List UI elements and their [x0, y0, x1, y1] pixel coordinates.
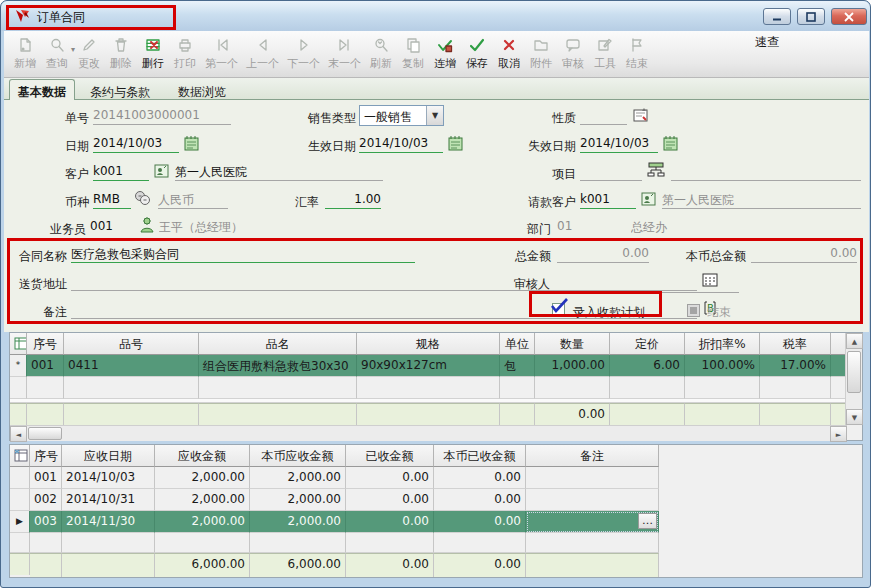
payment-cell[interactable]: [30, 533, 62, 553]
note-icon[interactable]: [632, 106, 650, 124]
payment-cell[interactable]: [155, 533, 250, 553]
first-icon: [214, 35, 230, 55]
payment-cell[interactable]: [346, 533, 434, 553]
items-cell[interactable]: 001: [27, 355, 64, 377]
payment-cell[interactable]: 2,000.00: [250, 467, 346, 489]
payment-cell[interactable]: [434, 533, 526, 553]
toolbar-button-label: 删除: [110, 56, 132, 71]
payment-cell[interactable]: 2014/11/30: [62, 511, 155, 533]
exchange-rate-field[interactable]: 1.00: [325, 190, 381, 209]
payment-cell[interactable]: 003: [30, 511, 62, 533]
project-code-field[interactable]: [580, 162, 642, 181]
items-cell[interactable]: 1,000.00: [535, 355, 610, 377]
items-cell[interactable]: [610, 377, 685, 399]
tab-terms[interactable]: 条约与条款: [82, 82, 158, 100]
payment-grid-row[interactable]: 0022014/10/312,000.002,000.000.000.00: [10, 489, 862, 511]
payment-grid-row[interactable]: ▶0032014/11/302,000.002,000.000.000.00…: [10, 511, 862, 533]
payment-cell[interactable]: [526, 533, 659, 553]
contact-card-icon[interactable]: [640, 190, 658, 208]
payment-cell[interactable]: 0.00: [434, 467, 526, 489]
items-cell[interactable]: 0411: [64, 355, 199, 377]
items-cell[interactable]: [535, 377, 610, 399]
payment-cell[interactable]: …: [526, 511, 659, 533]
calendar-icon[interactable]: [447, 134, 465, 152]
payment-cell[interactable]: 0.00: [346, 489, 434, 511]
toolbar-button-printer: 打印: [170, 33, 200, 71]
expiry-date-field[interactable]: 2014/10/03: [580, 134, 658, 153]
close-button[interactable]: [831, 8, 867, 25]
payment-cell[interactable]: [62, 533, 155, 553]
minimize-button[interactable]: [763, 8, 791, 25]
payment-cell[interactable]: 2,000.00: [250, 489, 346, 511]
payment-cell[interactable]: 002: [30, 489, 62, 511]
scroll-up-icon[interactable]: ▲: [846, 333, 863, 349]
org-icon[interactable]: [646, 160, 664, 178]
currency-code-field[interactable]: RMB: [93, 190, 131, 209]
items-cell[interactable]: 100.00%: [685, 355, 760, 377]
items-grid-empty-row[interactable]: [10, 377, 847, 399]
items-cell[interactable]: [685, 377, 760, 399]
order-no-field[interactable]: 20141003000001: [93, 106, 231, 125]
select-all-icon[interactable]: [10, 445, 30, 467]
items-cell[interactable]: [357, 377, 500, 399]
payment-cell[interactable]: 2014/10/03: [62, 467, 155, 489]
items-cell[interactable]: 包: [500, 355, 535, 377]
calendar-icon[interactable]: [183, 134, 201, 152]
payment-grid-empty-row[interactable]: [10, 533, 862, 553]
items-cell[interactable]: [760, 377, 831, 399]
chevron-down-icon[interactable]: ▼: [426, 106, 443, 125]
items-cell[interactable]: [500, 377, 535, 399]
restore-button[interactable]: [797, 8, 825, 25]
scrollbar-thumb[interactable]: [847, 351, 861, 393]
items-cell[interactable]: [199, 377, 357, 399]
payment-grid-row[interactable]: 0012014/10/032,000.002,000.000.000.00: [10, 467, 862, 489]
tab-basic-data[interactable]: 基本数据: [9, 79, 75, 100]
horizontal-scrollbar[interactable]: ◄►: [10, 425, 847, 441]
scroll-left-icon[interactable]: ◄: [10, 426, 27, 442]
quick-search-input[interactable]: [755, 63, 861, 79]
calendar-icon[interactable]: [662, 134, 680, 152]
toolbar-button-delete-row[interactable]: 删行: [138, 33, 168, 71]
payment-cell[interactable]: 0.00: [434, 489, 526, 511]
contact-card-icon[interactable]: [153, 162, 171, 180]
payment-cell[interactable]: [250, 533, 346, 553]
project-name-field[interactable]: [671, 162, 861, 181]
sales-type-select[interactable]: 一般销售 ▼: [359, 105, 444, 126]
payment-cell[interactable]: [526, 489, 659, 511]
effective-date-field[interactable]: 2014/10/03: [359, 134, 443, 153]
payment-cell[interactable]: 2,000.00: [250, 511, 346, 533]
scrollbar-thumb[interactable]: [28, 427, 62, 440]
date-field[interactable]: 2014/10/03: [93, 134, 179, 153]
items-cell[interactable]: [64, 377, 199, 399]
scroll-down-icon[interactable]: ▼: [846, 409, 863, 425]
tab-data-browse[interactable]: 数据浏览: [170, 82, 234, 100]
payment-cell[interactable]: 0.00: [346, 511, 434, 533]
select-all-icon[interactable]: [10, 333, 27, 355]
customer-code-field[interactable]: k001: [93, 162, 149, 181]
toolbar-button-save-check[interactable]: 保存: [462, 33, 492, 71]
items-cell[interactable]: 组合医用敷料急救包30x30: [199, 355, 357, 377]
items-cell[interactable]: 6.00: [610, 355, 685, 377]
vertical-scrollbar[interactable]: ▲▼: [845, 333, 862, 425]
items-cell[interactable]: 90x90x127cm: [357, 355, 500, 377]
payment-cell[interactable]: 2,000.00: [155, 467, 250, 489]
scroll-right-icon[interactable]: ►: [830, 426, 847, 442]
payment-cell[interactable]: 0.00: [434, 511, 526, 533]
payment-cell[interactable]: 0.00: [346, 467, 434, 489]
customer-name-field[interactable]: 第一人民医院: [175, 162, 383, 181]
items-grid-row[interactable]: *0010411组合医用敷料急救包30x3090x90x127cm包1,000.…: [10, 355, 847, 377]
coins-icon[interactable]: [134, 189, 152, 207]
items-cell[interactable]: 17.00%: [760, 355, 831, 377]
items-cell[interactable]: [27, 377, 64, 399]
payment-cell[interactable]: 2,000.00: [155, 511, 250, 533]
payment-cell[interactable]: [526, 467, 659, 489]
payment-cell[interactable]: 001: [30, 467, 62, 489]
toolbar-button-check-plus[interactable]: 连增: [430, 33, 460, 71]
toolbar-button-cancel-x[interactable]: 取消: [494, 33, 524, 71]
payment-cell[interactable]: 2014/10/31: [62, 489, 155, 511]
ellipsis-button[interactable]: …: [638, 513, 657, 529]
payment-cell[interactable]: 2,000.00: [155, 489, 250, 511]
contract-name-field[interactable]: 医疗急救包采购合同: [71, 244, 415, 263]
billing-customer-code-field[interactable]: k001: [580, 190, 636, 209]
nature-field[interactable]: [580, 106, 627, 125]
